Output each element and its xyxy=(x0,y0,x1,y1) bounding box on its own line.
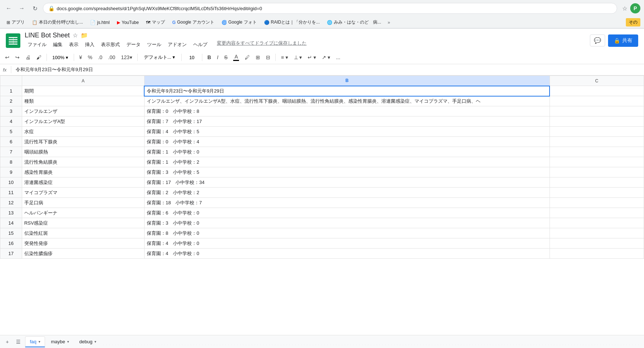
font-size-input[interactable]: 10 xyxy=(185,53,199,62)
cell-b4[interactable]: 保育園：7 小中学校：17 xyxy=(144,116,550,127)
row-header-14[interactable]: 14 xyxy=(0,218,22,228)
tab-maybe-dropdown[interactable]: ▾ xyxy=(67,340,69,344)
redo-button[interactable]: ↪ xyxy=(13,53,22,62)
menu-addons[interactable]: アドオン xyxy=(165,40,190,49)
cell-a5[interactable]: 水痘 xyxy=(22,127,144,137)
refresh-button[interactable]: ↻ xyxy=(30,3,40,13)
row-header-12[interactable]: 12 xyxy=(0,198,22,208)
cell-a16[interactable]: 突発性発疹 xyxy=(22,238,144,249)
bookmark-jshtml[interactable]: 📄 js.html xyxy=(87,19,113,26)
row-header-15[interactable]: 15 xyxy=(0,228,22,238)
tab-debug[interactable]: debug ▾ xyxy=(75,337,101,347)
valign-button[interactable]: ⊥ ▾ xyxy=(292,53,304,62)
row-header-16[interactable]: 16 xyxy=(0,238,22,249)
cell-c10[interactable] xyxy=(550,177,644,188)
row-header-6[interactable]: 6 xyxy=(0,137,22,147)
cell-c8[interactable] xyxy=(550,157,644,167)
cell-a9[interactable]: 感染性胃腸炎 xyxy=(22,167,144,177)
back-button[interactable]: ← xyxy=(4,3,14,13)
col-header-b[interactable]: B xyxy=(144,76,550,86)
bookmark-youtube[interactable]: ▶ YouTube xyxy=(114,19,142,26)
currency-button[interactable]: ¥ xyxy=(77,53,84,62)
cell-a10[interactable]: 溶連菌感染症 xyxy=(22,177,144,188)
bookmarks-more-button[interactable]: » xyxy=(385,19,392,26)
cell-c7[interactable] xyxy=(550,147,644,157)
add-sheet-button[interactable]: + xyxy=(3,337,12,346)
cell-a15[interactable]: 伝染性紅斑 xyxy=(22,228,144,238)
cell-b3[interactable]: 保育園：0 小中学校：8 xyxy=(144,106,550,116)
row-header-9[interactable]: 9 xyxy=(0,167,22,177)
halign-button[interactable]: ≡ ▾ xyxy=(279,53,290,62)
menu-format[interactable]: 表示形式 xyxy=(98,40,123,49)
bookmark-folder[interactable]: その xyxy=(626,18,640,26)
cell-b15[interactable]: 保育園：8 小中学校：0 xyxy=(144,228,550,238)
row-header-8[interactable]: 8 xyxy=(0,157,22,167)
bookmark-google-account[interactable]: G Google アカウント xyxy=(169,18,217,26)
cell-b5[interactable]: 保育園：4 小中学校：5 xyxy=(144,127,550,137)
cell-b10[interactable]: 保育園：17 小中学校：34 xyxy=(144,177,550,188)
bookmark-google-photos[interactable]: 🌀 Google フォト xyxy=(219,18,260,26)
menu-edit[interactable]: 編集 xyxy=(50,40,65,49)
textwrap-button[interactable]: ↵ ▾ xyxy=(305,53,318,62)
row-header-2[interactable]: 2 xyxy=(0,96,22,106)
cell-a2[interactable]: 種類 xyxy=(22,96,144,106)
fill-color-button[interactable]: 🖊 xyxy=(243,53,252,62)
row-header-10[interactable]: 10 xyxy=(0,177,22,188)
cell-b7[interactable]: 保育園：1 小中学校：0 xyxy=(144,147,550,157)
menu-file[interactable]: ファイル xyxy=(25,40,49,49)
cell-b8[interactable]: 保育園：1 小中学校：2 xyxy=(144,157,550,167)
cell-c15[interactable] xyxy=(550,228,644,238)
bookmark-raid[interactable]: 🔵 RAIDとは｜「分かりを... xyxy=(261,18,323,26)
bookmark-apps[interactable]: ⊞ アプリ xyxy=(4,18,28,26)
menu-data[interactable]: データ xyxy=(123,40,143,49)
comment-button[interactable]: 💬 xyxy=(590,34,605,46)
cell-c11[interactable] xyxy=(550,188,644,198)
row-header-13[interactable]: 13 xyxy=(0,208,22,218)
text-color-button[interactable]: A xyxy=(231,52,241,62)
cell-a6[interactable]: 流行性耳下腺炎 xyxy=(22,137,144,147)
cell-a11[interactable]: マイコプラズマ xyxy=(22,188,144,198)
rotate-button[interactable]: ↗ ▾ xyxy=(320,53,332,62)
bookmark-maps[interactable]: 🗺 マップ xyxy=(143,18,168,26)
number-format-button[interactable]: 123▾ xyxy=(119,53,134,62)
tab-faq[interactable]: faq ▾ xyxy=(25,336,45,347)
italic-button[interactable]: I xyxy=(215,53,220,62)
row-header-5[interactable]: 5 xyxy=(0,127,22,137)
sheets-list-button[interactable]: ☰ xyxy=(13,337,24,346)
cell-a8[interactable]: 流行性角結膜炎 xyxy=(22,157,144,167)
print-button[interactable]: 🖨 xyxy=(23,53,33,62)
cell-a13[interactable]: ヘルパンギーナ xyxy=(22,208,144,218)
row-header-1[interactable]: 1 xyxy=(0,86,22,96)
cell-a12[interactable]: 手足口病 xyxy=(22,198,144,208)
bookmark-reception[interactable]: 📋 本日の受付/呼び出し... xyxy=(29,18,86,26)
percent-button[interactable]: % xyxy=(86,53,94,62)
row-header-7[interactable]: 7 xyxy=(0,147,22,157)
star-button[interactable]: ☆ xyxy=(73,32,78,39)
cell-c4[interactable] xyxy=(550,116,644,127)
tab-maybe[interactable]: maybe ▾ xyxy=(46,337,73,347)
cell-c6[interactable] xyxy=(550,137,644,147)
cell-c13[interactable] xyxy=(550,208,644,218)
cell-c2[interactable] xyxy=(550,96,644,106)
cell-b9[interactable]: 保育園：3 小中学校：5 xyxy=(144,167,550,177)
cell-b2[interactable]: インフルエンザ、インフルエンザA型、水痘、流行性耳下腺炎、咽頭結膜熱、流行性角結… xyxy=(144,96,550,106)
paint-format-button[interactable]: 🖌 xyxy=(34,53,44,62)
cell-c16[interactable] xyxy=(550,238,644,249)
user-avatar[interactable]: P xyxy=(630,3,640,13)
col-header-c[interactable]: C xyxy=(550,76,644,86)
menu-help[interactable]: ヘルプ xyxy=(190,40,210,49)
cell-c12[interactable] xyxy=(550,198,644,208)
formula-content[interactable]: 令和元年9月23日〜令和元年9月29日 xyxy=(14,66,641,74)
cell-b14[interactable]: 保育園：3 小中学校：0 xyxy=(144,218,550,228)
cell-a14[interactable]: RSV感染症 xyxy=(22,218,144,228)
strikethrough-button[interactable]: S xyxy=(222,53,230,62)
sheet-area[interactable]: A B C 1期間令和元年9月23日〜令和元年9月29日2種類インフルエンザ、イ… xyxy=(0,75,644,335)
menu-view[interactable]: 表示 xyxy=(66,40,81,49)
cell-a1[interactable]: 期間 xyxy=(22,86,144,96)
tab-faq-dropdown[interactable]: ▾ xyxy=(39,340,40,344)
cell-b16[interactable]: 保育園：4 小中学校：0 xyxy=(144,238,550,249)
row-header-11[interactable]: 11 xyxy=(0,188,22,198)
menu-tools[interactable]: ツール xyxy=(144,40,164,49)
cell-a7[interactable]: 咽頭結膜熱 xyxy=(22,147,144,157)
cell-b1[interactable]: 令和元年9月23日〜令和元年9月29日 xyxy=(144,86,550,96)
